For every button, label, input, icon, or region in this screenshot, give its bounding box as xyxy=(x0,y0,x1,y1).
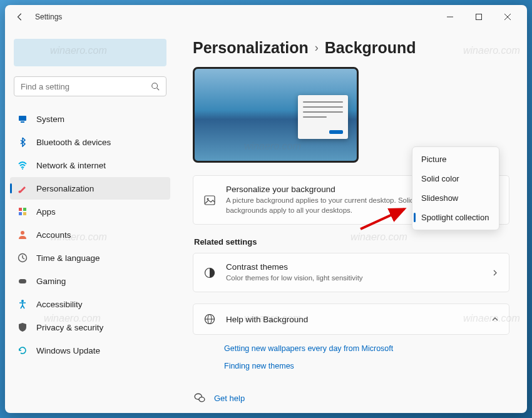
bluetooth-icon xyxy=(18,137,28,147)
dropdown-option[interactable]: Slideshow xyxy=(412,188,499,208)
svg-line-3 xyxy=(157,88,160,91)
sidebar-item-privacy-security[interactable]: Privacy & security xyxy=(10,316,170,339)
sidebar-item-label: Accounts xyxy=(36,230,71,240)
svg-point-2 xyxy=(152,83,158,89)
contrast-themes-card[interactable]: Contrast themes Color themes for low vis… xyxy=(193,253,509,292)
gaming-icon xyxy=(18,276,28,286)
svg-point-23 xyxy=(199,397,205,402)
contrast-icon xyxy=(203,267,216,279)
accessibility-icon xyxy=(18,299,28,309)
card-title: Help with Background xyxy=(226,315,481,324)
back-button[interactable] xyxy=(10,7,30,27)
sidebar: SystemBluetooth & devicesNetwork & inter… xyxy=(5,29,180,413)
sidebar-item-windows-update[interactable]: Windows Update xyxy=(10,339,170,362)
sidebar-item-label: System xyxy=(36,115,64,124)
sidebar-item-label: Apps xyxy=(36,207,56,217)
preview-window-mock xyxy=(298,95,348,139)
globe-icon xyxy=(203,313,216,325)
sidebar-item-label: Personalization xyxy=(36,184,94,193)
sidebar-item-label: Windows Update xyxy=(36,346,100,355)
brush-icon xyxy=(18,183,28,193)
help-background-card[interactable]: Help with Background xyxy=(193,303,509,335)
sidebar-item-personalization[interactable]: Personalization xyxy=(10,177,170,200)
svg-point-15 xyxy=(21,300,24,302)
apps-icon xyxy=(18,206,28,217)
person-icon xyxy=(18,230,28,240)
dropdown-option[interactable]: Picture xyxy=(412,150,499,169)
svg-point-12 xyxy=(21,231,24,235)
help-chat-icon xyxy=(194,392,205,404)
card-title: Contrast themes xyxy=(226,262,481,272)
link-label: Get help xyxy=(214,394,245,403)
sidebar-item-apps[interactable]: Apps xyxy=(10,200,170,223)
sidebar-item-accounts[interactable]: Accounts xyxy=(10,223,170,246)
search-icon xyxy=(151,82,160,91)
sidebar-item-label: Bluetooth & devices xyxy=(36,138,111,147)
settings-window: Settings SystemBluetooth & devicesNetwor… xyxy=(5,5,527,413)
sidebar-item-system[interactable]: System xyxy=(10,108,170,130)
sidebar-item-network-internet[interactable]: Network & internet xyxy=(10,154,170,176)
related-settings-label: Related settings xyxy=(194,237,509,247)
sidebar-item-label: Network & internet xyxy=(36,161,106,170)
sidebar-item-bluetooth-devices[interactable]: Bluetooth & devices xyxy=(10,131,170,153)
sidebar-item-gaming[interactable]: Gaming xyxy=(10,270,170,292)
minimize-button[interactable] xyxy=(436,7,464,27)
help-link[interactable]: Finding new themes xyxy=(224,357,509,375)
window-controls xyxy=(436,7,522,27)
breadcrumb-current: Background xyxy=(325,39,416,57)
search-box[interactable] xyxy=(14,76,166,96)
sidebar-item-accessibility[interactable]: Accessibility xyxy=(10,293,170,315)
sidebar-item-label: Privacy & security xyxy=(36,323,103,332)
svg-rect-11 xyxy=(23,212,26,215)
card-description: Color themes for low vision, light sensi… xyxy=(226,273,481,283)
dropdown-option[interactable]: Spotlight collection xyxy=(412,208,499,227)
chevron-right-icon: › xyxy=(315,41,319,54)
svg-rect-4 xyxy=(19,116,26,121)
shield-icon xyxy=(18,322,28,332)
svg-rect-5 xyxy=(21,121,24,123)
close-button[interactable] xyxy=(493,7,522,27)
chevron-up-icon xyxy=(491,315,499,323)
svg-rect-10 xyxy=(19,212,22,215)
desktop-preview xyxy=(193,67,359,163)
minimize-icon xyxy=(447,14,453,20)
system-icon xyxy=(18,114,28,124)
chevron-right-icon xyxy=(491,269,499,277)
breadcrumb: Personalization › Background xyxy=(193,39,509,57)
svg-rect-14 xyxy=(19,279,26,283)
titlebar: Settings xyxy=(5,5,527,29)
close-icon xyxy=(504,14,511,20)
svg-rect-8 xyxy=(19,208,22,211)
update-icon xyxy=(18,345,28,355)
sidebar-item-label: Time & language xyxy=(36,253,100,263)
sidebar-item-label: Accessibility xyxy=(36,300,83,309)
svg-point-7 xyxy=(19,191,21,193)
svg-rect-9 xyxy=(23,208,26,211)
arrow-left-icon xyxy=(16,13,24,21)
content-area: Personalization › Background Personalize… xyxy=(180,29,527,413)
svg-point-17 xyxy=(207,198,209,200)
give-feedback-link[interactable]: Give feedback xyxy=(193,409,509,413)
dropdown-option[interactable]: Solid color xyxy=(412,169,499,188)
window-title: Settings xyxy=(35,13,62,21)
background-type-dropdown: PictureSolid colorSlideshowSpotlight col… xyxy=(412,146,499,230)
get-help-link[interactable]: Get help xyxy=(193,387,509,409)
sidebar-item-time-language[interactable]: Time & language xyxy=(10,247,170,269)
breadcrumb-parent[interactable]: Personalization xyxy=(193,39,309,57)
clock-icon xyxy=(18,253,28,263)
help-links: Getting new wallpapers every day from Mi… xyxy=(193,337,509,381)
maximize-icon xyxy=(476,14,482,20)
maximize-button[interactable] xyxy=(464,7,493,27)
sidebar-item-label: Gaming xyxy=(36,277,66,286)
profile-area[interactable] xyxy=(14,39,166,66)
wifi-icon xyxy=(18,160,28,170)
image-icon xyxy=(203,194,216,206)
svg-rect-1 xyxy=(476,14,482,20)
help-link[interactable]: Getting new wallpapers every day from Mi… xyxy=(224,340,509,357)
search-input[interactable] xyxy=(21,82,151,91)
svg-point-6 xyxy=(22,168,23,170)
